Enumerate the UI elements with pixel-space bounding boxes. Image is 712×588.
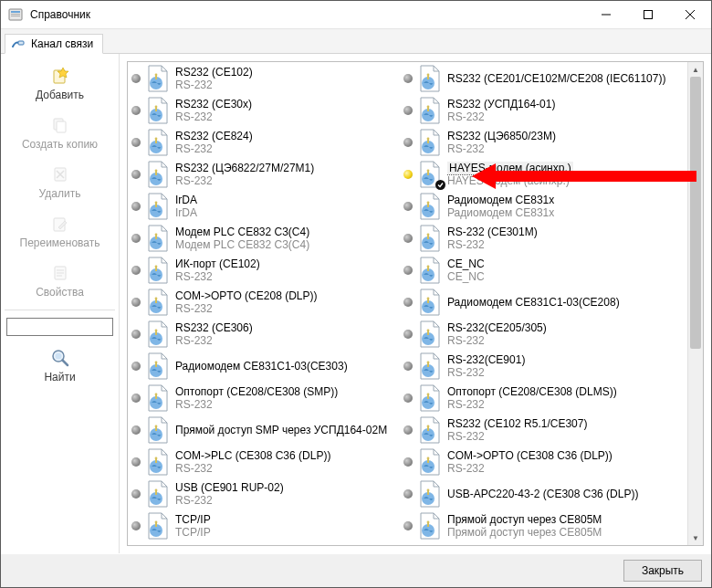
svg-point-61 — [427, 73, 430, 76]
list-item[interactable]: ИК-порт (CE102)RS-232 — [128, 254, 400, 286]
minimize-button[interactable] — [585, 1, 627, 28]
status-bullet-icon — [131, 330, 141, 339]
list-item[interactable]: Радиомодем CE831xРадиомодем CE831x — [400, 190, 672, 222]
channel-file-icon — [416, 225, 444, 252]
list-item[interactable]: USB (CE901 RUP-02)RS-232 — [128, 478, 400, 509]
list-item[interactable]: RS232 (CE102)RS-232 — [128, 62, 400, 94]
item-title: RS232 (ЦЭ6850/23М) — [447, 130, 556, 142]
maximize-button[interactable] — [627, 1, 669, 28]
status-bullet-icon — [131, 457, 141, 467]
list-item[interactable]: RS-232(CE205/305)RS-232 — [400, 318, 672, 350]
status-bullet-icon — [403, 138, 413, 147]
status-bullet-icon — [131, 266, 141, 275]
svg-point-58 — [155, 520, 158, 523]
svg-point-49 — [155, 425, 158, 427]
scroll-up-icon[interactable]: ▲ — [688, 62, 703, 77]
item-subtitle: RS-232 — [175, 270, 260, 283]
channel-file-icon — [416, 257, 444, 284]
scroll-thumb[interactable] — [690, 77, 701, 349]
item-title: RS-232(CE205/305) — [447, 321, 547, 334]
item-texts: RS232 (CE102)RS-232 — [175, 66, 253, 91]
svg-point-97 — [427, 457, 430, 459]
list-item[interactable]: RS-232(CE901)RS-232 — [400, 350, 672, 382]
item-subtitle: RS-232 — [447, 142, 556, 155]
delete-button[interactable]: Удалить — [5, 158, 115, 207]
status-bullet-icon — [131, 202, 141, 211]
item-subtitle: RS-232 — [175, 174, 314, 187]
list-item[interactable]: Оптопорт (CE208/CE308 (DLMS))RS-232 — [400, 382, 672, 414]
scroll-down-icon[interactable]: ▼ — [688, 530, 703, 545]
svg-rect-3 — [11, 16, 20, 16]
channel-file-icon — [144, 320, 172, 348]
list-item[interactable]: RS232 (CE201/CE102M/CE208 (IEC61107)) — [400, 62, 672, 94]
channel-file-icon — [416, 352, 444, 380]
copy-label: Создать копию — [22, 138, 98, 151]
svg-rect-1 — [11, 11, 20, 13]
search-input[interactable] — [6, 318, 113, 336]
list-item[interactable]: RS232 (CE824)RS-232 — [128, 126, 400, 158]
list-item[interactable]: COM->OPTO (CE308 C36 (DLP))RS-232 — [400, 446, 672, 478]
find-button[interactable]: Найти — [5, 341, 115, 391]
list-item[interactable]: IrDAIrDA — [128, 190, 400, 222]
item-texts: COM->OPTO (CE308 C36 (DLP))RS-232 — [447, 449, 613, 475]
channel-file-icon — [144, 448, 172, 476]
close-dialog-button[interactable]: Закрыть — [623, 560, 702, 582]
status-bullet-icon — [131, 74, 141, 83]
item-texts: COM->OPTO (CE208 (DLP))RS-232 — [175, 289, 317, 315]
list-item[interactable]: Модем PLC CE832 C3(C4)Модем PLC CE832 C3… — [128, 222, 400, 254]
item-title: IrDA — [175, 194, 197, 206]
scroll-track[interactable] — [688, 77, 703, 530]
rename-button[interactable]: Переименовать — [5, 207, 115, 257]
svg-point-88 — [427, 361, 430, 363]
svg-point-73 — [427, 201, 430, 204]
list-item[interactable]: RS-232 (CE301M)RS-232 — [400, 222, 672, 254]
copy-button[interactable]: Создать копию — [5, 109, 115, 158]
list-item[interactable]: Прямой доступ SMP через УСПД164-02М — [128, 414, 400, 446]
item-texts: RS232 (CE201/CE102M/CE208 (IEC61107)) — [447, 72, 665, 85]
channel-file-icon — [144, 352, 172, 380]
list-container: RS232 (CE102)RS-232RS232 (CE30x)RS-232RS… — [127, 61, 704, 546]
item-title: COM->PLC (CE308 C36 (DLP)) — [175, 449, 330, 462]
list-item[interactable]: CE_NCCE_NC — [400, 254, 672, 286]
list-item[interactable]: RS232 (CE30x)RS-232 — [128, 94, 400, 126]
status-bullet-icon — [403, 425, 413, 435]
list-item[interactable]: USB-APC220-43-2 (CE308 C36 (DLP)) — [400, 478, 672, 509]
vertical-scrollbar[interactable]: ▲ ▼ — [687, 62, 703, 545]
properties-button[interactable]: Свойства — [5, 257, 115, 306]
svg-point-76 — [427, 233, 430, 236]
item-texts: RS232 (ЦЭ6822/27М/27М1)RS-232 — [175, 162, 314, 187]
item-title: RS-232(CE901) — [447, 353, 525, 366]
channel-file-icon — [144, 97, 172, 124]
list-item[interactable]: TCP/IPTCP/IP — [128, 509, 400, 541]
list-item[interactable]: Радиомодем CE831C1-03(CE208) — [400, 286, 672, 318]
add-button[interactable]: Добавить — [5, 59, 115, 109]
list-item[interactable]: HAYES-модем (асинхр.)HAYES-модем (асинхр… — [400, 158, 672, 190]
svg-point-103 — [427, 520, 430, 523]
list-item[interactable]: Радиомодем CE831C1-03(CE303) — [128, 350, 400, 382]
svg-rect-2 — [11, 14, 20, 15]
item-list[interactable]: RS232 (CE102)RS-232RS232 (CE30x)RS-232RS… — [128, 62, 688, 545]
item-texts: Радиомодем CE831C1-03(CE303) — [175, 360, 348, 373]
delete-icon — [49, 163, 71, 185]
tab-channel[interactable]: Канал связи — [5, 34, 103, 54]
list-item[interactable]: COM->OPTO (CE208 (DLP))RS-232 — [128, 286, 400, 318]
rename-icon — [49, 213, 71, 235]
status-bullet-icon — [403, 170, 413, 179]
list-item[interactable]: Оптопорт (CE208/CE308 (SMP))RS-232 — [128, 382, 400, 414]
item-title: ИК-порт (CE102) — [175, 257, 260, 270]
list-item[interactable]: RS232 (CE306)RS-232 — [128, 318, 400, 350]
status-bullet-icon — [403, 330, 413, 339]
status-bullet-icon — [403, 362, 413, 371]
item-subtitle: RS-232 — [175, 302, 317, 315]
list-item[interactable]: RS232 (УСПД164-01)RS-232 — [400, 94, 672, 126]
list-item[interactable]: RS232 (ЦЭ6822/27М/27М1)RS-232 — [128, 158, 400, 190]
list-item[interactable]: RS232 (CE102 R5.1/CE307)RS-232 — [400, 414, 672, 446]
item-title: Радиомодем CE831C1-03(CE208) — [447, 296, 620, 309]
item-title: Радиомодем CE831C1-03(CE303) — [175, 360, 348, 373]
list-item[interactable]: Прямой доступ через CE805MПрямой доступ … — [400, 509, 672, 541]
status-bullet-icon — [403, 521, 413, 530]
close-button[interactable] — [669, 1, 711, 28]
search-box — [6, 318, 113, 336]
list-item[interactable]: RS232 (ЦЭ6850/23М)RS-232 — [400, 126, 672, 158]
list-item[interactable]: COM->PLC (CE308 C36 (DLP))RS-232 — [128, 446, 400, 478]
